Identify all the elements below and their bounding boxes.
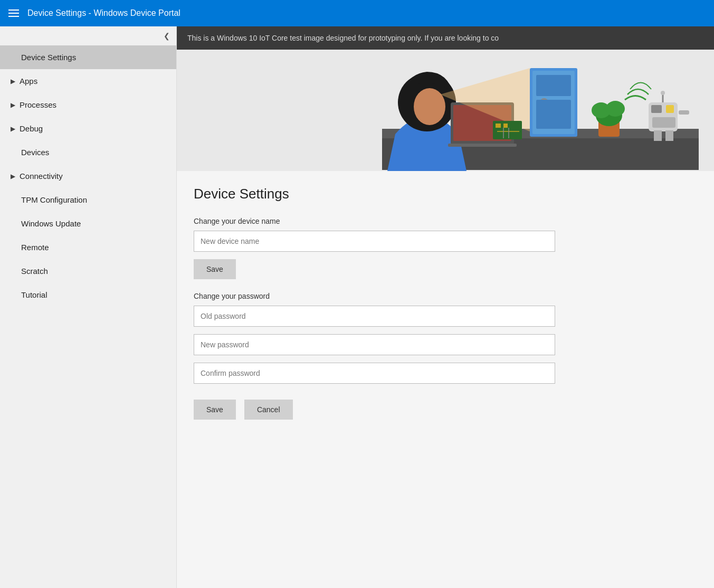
- svg-rect-23: [665, 130, 673, 141]
- collapse-icon: ❮: [164, 32, 170, 40]
- expand-icon: ▶: [11, 173, 15, 180]
- sidebar-item-label: Apps: [20, 77, 37, 86]
- hamburger-menu[interactable]: [8, 10, 19, 17]
- confirm-password-input[interactable]: [194, 363, 555, 384]
- svg-point-17: [606, 101, 625, 117]
- page-title: Device Settings: [194, 186, 697, 202]
- password-cancel-button[interactable]: Cancel: [244, 400, 293, 420]
- sidebar-collapse-button[interactable]: ❮: [0, 26, 176, 45]
- svg-rect-12: [536, 75, 571, 96]
- banner-text: This is a Windows 10 IoT Core test image…: [187, 34, 499, 42]
- device-name-input[interactable]: [194, 231, 555, 252]
- svg-rect-20: [666, 105, 674, 113]
- svg-rect-19: [651, 105, 662, 113]
- hero-image: [177, 50, 714, 171]
- main-content: This is a Windows 10 IoT Core test image…: [177, 26, 714, 588]
- sidebar-item-tpm-configuration[interactable]: TPM Configuration: [0, 188, 176, 212]
- sidebar-item-device-settings[interactable]: Device Settings: [0, 45, 176, 69]
- sidebar-item-debug[interactable]: ▶Debug: [0, 117, 176, 140]
- svg-rect-28: [496, 124, 501, 128]
- svg-rect-8: [448, 144, 517, 147]
- app-layout: ❮ Device Settings▶Apps▶Processes▶DebugDe…: [0, 26, 714, 588]
- svg-point-26: [661, 91, 665, 95]
- sidebar-item-label: Debug: [20, 124, 43, 133]
- device-name-section: Change your device name Save: [194, 217, 697, 279]
- expand-icon: ▶: [11, 78, 15, 85]
- content-area: Device Settings Change your device name …: [177, 171, 714, 441]
- sidebar-item-label: Scratch: [21, 267, 48, 276]
- sidebar-item-label: Windows Update: [21, 219, 81, 228]
- sidebar-item-connectivity[interactable]: ▶Connectivity: [0, 164, 176, 188]
- sidebar-item-devices[interactable]: Devices: [0, 140, 176, 164]
- password-section: Change your password Save Cancel: [194, 292, 697, 420]
- titlebar: Device Settings - Windows Device Portal: [0, 0, 714, 26]
- sidebar-item-label: Processes: [20, 100, 56, 109]
- svg-rect-22: [654, 130, 662, 141]
- password-section-label: Change your password: [194, 292, 697, 300]
- sidebar-item-label: Connectivity: [20, 172, 63, 181]
- sidebar-item-tutorial[interactable]: Tutorial: [0, 283, 176, 307]
- svg-rect-13: [536, 100, 571, 129]
- sidebar-item-label: Tutorial: [21, 290, 47, 299]
- device-name-label: Change your device name: [194, 217, 697, 225]
- sidebar: ❮ Device Settings▶Apps▶Processes▶DebugDe…: [0, 26, 177, 588]
- sidebar-item-windows-update[interactable]: Windows Update: [0, 212, 176, 235]
- sidebar-item-processes[interactable]: ▶Processes: [0, 93, 176, 117]
- sidebar-item-scratch[interactable]: Scratch: [0, 259, 176, 283]
- sidebar-item-apps[interactable]: ▶Apps: [0, 69, 176, 93]
- svg-rect-29: [503, 124, 508, 128]
- sidebar-item-label: Devices: [21, 148, 49, 157]
- password-btn-row: Save Cancel: [194, 400, 697, 420]
- banner: This is a Windows 10 IoT Core test image…: [177, 26, 714, 50]
- device-name-save-button[interactable]: Save: [194, 259, 236, 279]
- svg-rect-21: [652, 117, 675, 128]
- expand-icon: ▶: [11, 125, 15, 132]
- sidebar-item-label: Remote: [21, 243, 49, 252]
- sidebar-item-remote[interactable]: Remote: [0, 235, 176, 259]
- old-password-input[interactable]: [194, 306, 555, 327]
- sidebar-item-label: TPM Configuration: [21, 195, 87, 204]
- svg-point-5: [414, 88, 445, 125]
- password-save-button[interactable]: Save: [194, 400, 236, 420]
- titlebar-title: Device Settings - Windows Device Portal: [27, 8, 180, 18]
- svg-rect-24: [679, 110, 689, 115]
- sidebar-item-label: Device Settings: [21, 53, 76, 62]
- new-password-input[interactable]: [194, 334, 555, 355]
- expand-icon: ▶: [11, 101, 15, 109]
